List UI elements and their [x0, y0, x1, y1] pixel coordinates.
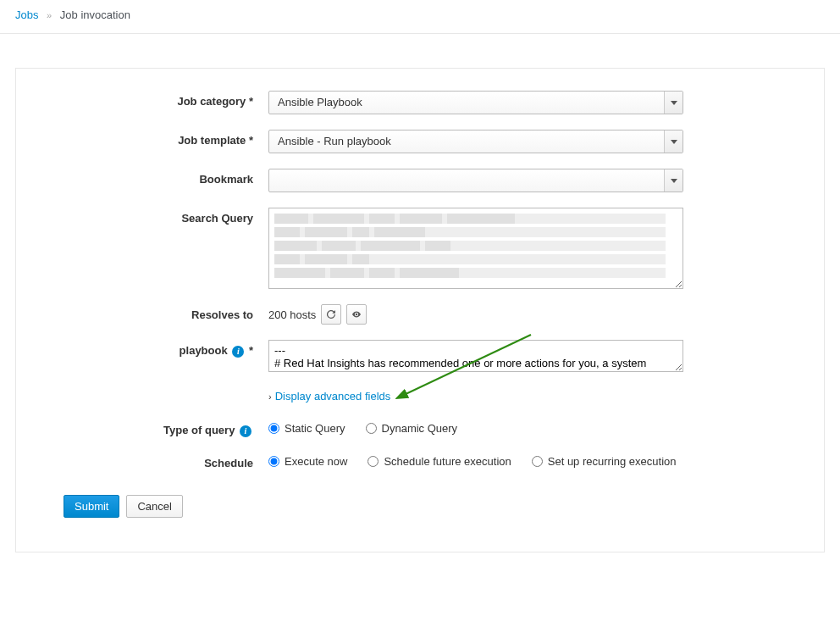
playbook-input[interactable] — [268, 340, 683, 372]
chevron-down-icon — [664, 169, 682, 192]
preview-button[interactable] — [346, 304, 367, 325]
search-query-input[interactable] — [268, 208, 683, 289]
job-category-select[interactable]: Ansible Playbook — [268, 91, 683, 114]
display-advanced-fields-link[interactable]: ›Display advanced fields — [268, 390, 390, 403]
breadcrumb-jobs-link[interactable]: Jobs — [15, 8, 38, 21]
chevron-down-icon — [664, 130, 682, 153]
job-invocation-form: Job category * Ansible Playbook Job temp… — [15, 68, 825, 552]
breadcrumb-current: Job invocation — [60, 8, 130, 21]
playbook-label: playbook i * — [57, 340, 268, 358]
bookmark-select[interactable] — [268, 169, 683, 192]
redacted-content — [274, 214, 666, 283]
type-of-query-label: Type of query i — [57, 419, 268, 437]
info-icon[interactable]: i — [240, 425, 251, 437]
job-category-value: Ansible Playbook — [269, 92, 664, 114]
cancel-button[interactable]: Cancel — [126, 495, 182, 518]
refresh-button[interactable] — [321, 304, 341, 325]
bookmark-label: Bookmark — [57, 169, 268, 186]
job-template-label: Job template * — [57, 130, 268, 147]
resolves-to-value: 200 hosts — [268, 308, 316, 321]
search-query-label: Search Query — [57, 208, 268, 225]
job-template-value: Ansible - Run playbook — [269, 130, 664, 153]
breadcrumb-separator: » — [47, 10, 52, 20]
chevron-right-icon: › — [268, 391, 272, 402]
execute-now-radio[interactable]: Execute now — [268, 455, 347, 468]
recurring-radio[interactable]: Set up recurring execution — [532, 455, 677, 468]
bookmark-value — [269, 169, 664, 192]
dynamic-query-radio[interactable]: Dynamic Query — [366, 422, 458, 435]
submit-button[interactable]: Submit — [64, 495, 119, 518]
eye-icon — [352, 310, 361, 319]
refresh-icon — [327, 309, 335, 319]
chevron-down-icon — [664, 92, 682, 114]
job-category-label: Job category * — [57, 91, 268, 108]
breadcrumb: Jobs » Job invocation — [0, 0, 840, 34]
job-template-select[interactable]: Ansible - Run playbook — [268, 130, 683, 153]
info-icon[interactable]: i — [232, 346, 244, 358]
static-query-radio[interactable]: Static Query — [268, 422, 345, 435]
schedule-label: Schedule — [57, 453, 268, 469]
schedule-future-radio[interactable]: Schedule future execution — [368, 455, 511, 468]
resolves-to-label: Resolves to — [57, 304, 268, 321]
